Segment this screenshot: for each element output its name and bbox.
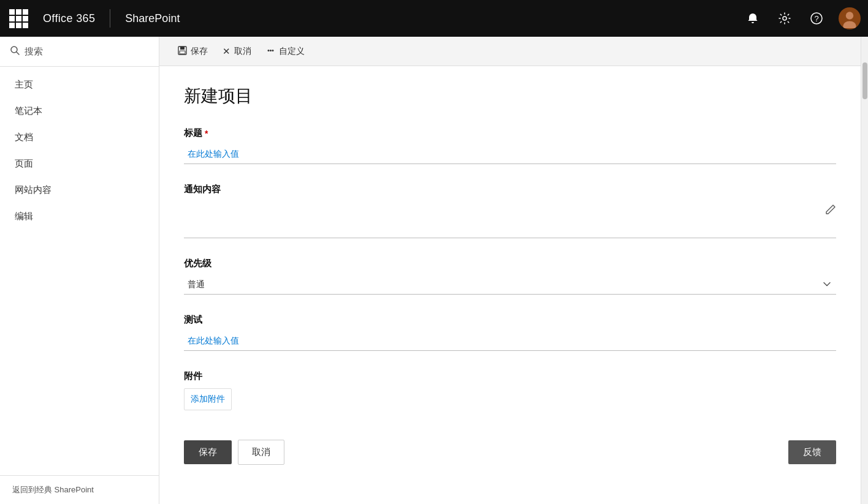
topbar: Office 365 SharePoint ? xyxy=(0,0,868,37)
priority-select-container: 普通 高 低 xyxy=(184,276,836,295)
settings-icon[interactable] xyxy=(775,9,794,28)
sidebar-search[interactable]: 搜索 xyxy=(0,37,159,67)
app-title: Office 365 xyxy=(43,12,95,25)
priority-field: 优先级 普通 高 低 xyxy=(184,258,836,295)
save-button[interactable]: 保存 xyxy=(172,42,214,61)
priority-select[interactable]: 普通 高 低 xyxy=(184,276,836,294)
help-icon[interactable]: ? xyxy=(807,9,826,28)
test-input[interactable] xyxy=(184,332,836,351)
main-layout: 搜索 主页 笔记本 文档 页面 网站内容 编辑 返回到经典 SharePoint xyxy=(0,37,868,504)
attachment-field: 附件 添加附件 xyxy=(184,370,836,410)
title-input[interactable] xyxy=(184,145,836,164)
scrollbar-track xyxy=(861,37,868,504)
svg-point-11 xyxy=(268,50,270,51)
svg-point-13 xyxy=(272,50,274,51)
form-save-button[interactable]: 保存 xyxy=(184,440,232,464)
form-cancel-button[interactable]: 取消 xyxy=(238,440,284,465)
sidebar-item-edit[interactable]: 编辑 xyxy=(0,203,159,230)
sidebar-item-notebook[interactable]: 笔记本 xyxy=(0,98,159,124)
sidebar-item-documents[interactable]: 文档 xyxy=(0,124,159,151)
svg-rect-10 xyxy=(180,51,185,54)
user-avatar[interactable] xyxy=(839,7,861,29)
product-title: SharePoint xyxy=(125,12,180,25)
form-area: 新建项目 标题 * 通知内容 xyxy=(159,66,861,504)
add-attachment-button[interactable]: 添加附件 xyxy=(184,388,232,410)
attachment-label: 附件 xyxy=(184,370,836,382)
svg-point-12 xyxy=(270,50,272,51)
priority-label: 优先级 xyxy=(184,258,836,269)
notification-textarea-container xyxy=(184,201,836,238)
sidebar: 搜索 主页 笔记本 文档 页面 网站内容 编辑 返回到经典 SharePoint xyxy=(0,37,159,504)
sidebar-nav: 主页 笔记本 文档 页面 网站内容 编辑 xyxy=(0,67,159,475)
search-label: 搜索 xyxy=(25,46,43,58)
customize-icon xyxy=(266,46,275,57)
required-star: * xyxy=(205,129,208,138)
topbar-icons: ? xyxy=(743,7,861,29)
cancel-label: 取消 xyxy=(234,46,251,57)
save-icon xyxy=(178,46,187,57)
svg-line-7 xyxy=(17,52,19,55)
notification-label: 通知内容 xyxy=(184,184,836,195)
test-field: 测试 xyxy=(184,314,836,351)
notification-icon[interactable] xyxy=(743,9,763,28)
svg-point-4 xyxy=(846,12,853,19)
content-area: 保存 ✕ 取消 自定义 新建项目 xyxy=(159,37,861,504)
sidebar-item-site-contents[interactable]: 网站内容 xyxy=(0,177,159,203)
svg-point-0 xyxy=(783,17,786,20)
toolbar: 保存 ✕ 取消 自定义 xyxy=(159,37,861,66)
save-label: 保存 xyxy=(191,46,208,57)
notification-field: 通知内容 xyxy=(184,184,836,238)
svg-text:?: ? xyxy=(814,14,818,23)
waffle-button[interactable] xyxy=(7,7,29,29)
test-label: 测试 xyxy=(184,314,836,326)
topbar-divider xyxy=(110,9,110,28)
sidebar-item-home[interactable]: 主页 xyxy=(0,72,159,98)
edit-icon[interactable] xyxy=(825,204,836,217)
svg-rect-9 xyxy=(180,47,185,50)
search-icon xyxy=(10,45,20,58)
feedback-button[interactable]: 反馈 xyxy=(788,440,836,464)
cancel-button[interactable]: ✕ 取消 xyxy=(216,42,257,61)
cancel-icon: ✕ xyxy=(223,46,230,57)
bottom-action-bar: 保存 取消 反馈 xyxy=(184,430,836,475)
sidebar-footer-link[interactable]: 返回到经典 SharePoint xyxy=(0,475,159,504)
sidebar-item-pages[interactable]: 页面 xyxy=(0,151,159,177)
customize-button[interactable]: 自定义 xyxy=(260,42,311,61)
title-label: 标题 * xyxy=(184,127,836,139)
form-title: 新建项目 xyxy=(184,85,836,108)
customize-label: 自定义 xyxy=(279,46,305,57)
scrollbar-thumb[interactable] xyxy=(862,62,867,99)
title-field: 标题 * xyxy=(184,127,836,164)
